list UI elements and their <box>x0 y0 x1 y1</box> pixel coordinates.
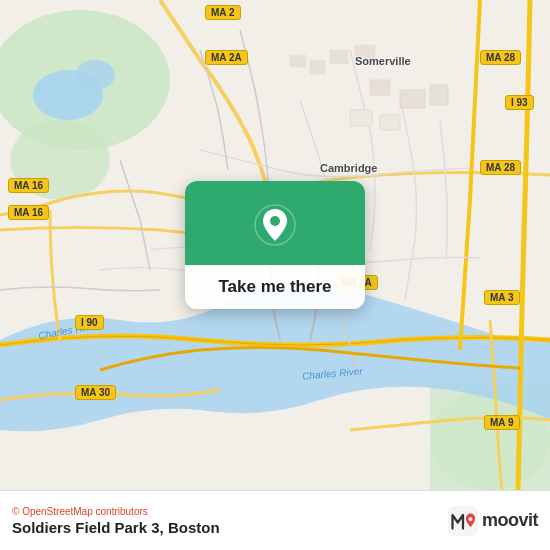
location-info: © OpenStreetMap contributors Soldiers Fi… <box>12 506 220 536</box>
take-me-there-button[interactable]: Take me there <box>198 265 351 309</box>
info-bar: © OpenStreetMap contributors Soldiers Fi… <box>0 490 550 550</box>
road-label-ma28-2: MA 28 <box>480 160 521 175</box>
svg-rect-15 <box>290 55 306 67</box>
cta-icon-area <box>185 181 365 265</box>
svg-point-20 <box>469 517 473 521</box>
svg-point-17 <box>270 216 280 226</box>
cta-card[interactable]: Take me there <box>185 181 365 309</box>
road-label-i90: I 90 <box>75 315 104 330</box>
road-label-ma16-1: MA 16 <box>8 178 49 193</box>
road-label-i93: I 93 <box>505 95 534 110</box>
road-label-ma28-1: MA 28 <box>480 50 521 65</box>
svg-rect-12 <box>330 50 348 64</box>
svg-rect-11 <box>380 115 400 130</box>
road-label-ma16-2: MA 16 <box>8 205 49 220</box>
road-label-ma30: MA 30 <box>75 385 116 400</box>
road-label-ma9: MA 9 <box>484 415 520 430</box>
place-label-somerville: Somerville <box>355 55 411 67</box>
osm-attribution: © OpenStreetMap contributors <box>12 506 220 517</box>
moovit-text: moovit <box>482 510 538 531</box>
location-name: Soldiers Field Park 3, Boston <box>12 519 220 536</box>
svg-rect-8 <box>400 90 425 108</box>
cta-button-container[interactable]: Take me there <box>185 181 365 309</box>
place-label-cambridge: Cambridge <box>320 162 377 174</box>
svg-point-6 <box>75 60 115 90</box>
svg-rect-7 <box>370 80 390 95</box>
road-label-ma2a-top: MA 2A <box>205 50 248 65</box>
road-label-ma3: MA 3 <box>484 290 520 305</box>
road-label-ma2: MA 2 <box>205 5 241 20</box>
svg-rect-14 <box>310 60 325 74</box>
moovit-logo: moovit <box>448 506 538 536</box>
moovit-logo-icon <box>448 506 478 536</box>
location-pin-icon <box>253 203 297 247</box>
svg-rect-10 <box>350 110 372 126</box>
map-container: MA 2 MA 2A MA 16 MA 16 I 90 MA 30 MA 2A … <box>0 0 550 490</box>
svg-rect-9 <box>430 85 448 105</box>
